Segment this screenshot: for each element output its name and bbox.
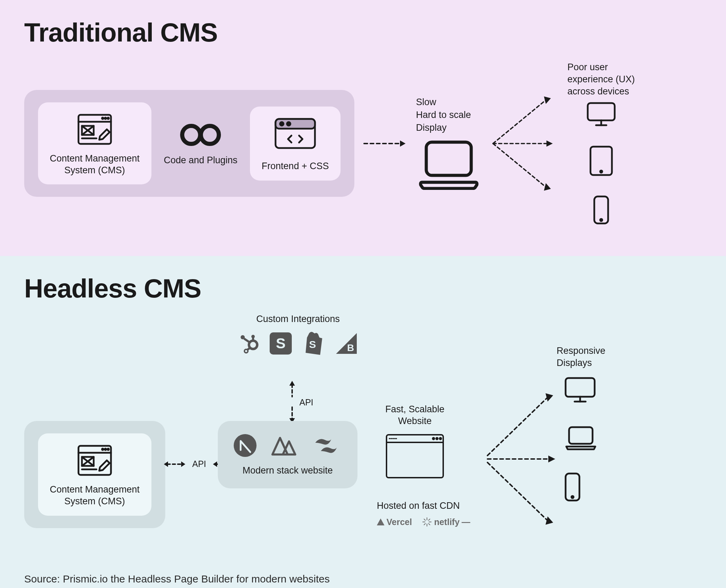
traditional-title: Traditional CMS — [24, 17, 702, 47]
svg-line-20 — [493, 144, 547, 187]
source-attribution: Source: Prismic.io the Headless Page Bui… — [24, 573, 702, 585]
note-display: Display — [416, 122, 482, 133]
modern-stack-box: Modern stack website — [218, 421, 357, 488]
note-scale: Hard to scale — [416, 110, 482, 120]
nextjs-icon — [233, 433, 257, 458]
svg-rect-70 — [566, 378, 595, 397]
svg-point-3 — [105, 118, 106, 119]
svg-line-18 — [493, 99, 547, 143]
netlify-text: netlify — [434, 517, 460, 527]
headless-title: Headless CMS — [24, 273, 702, 303]
netlify-logo: netlify — — [422, 517, 470, 527]
arrow-right-icon — [363, 138, 408, 149]
vercel-text: Vercel — [387, 517, 412, 527]
svg-point-2 — [102, 118, 103, 119]
cdn-block: Hosted on fast CDN Vercel netlify — — [377, 500, 469, 527]
headless-flow: Custom Integrations — [24, 314, 702, 563]
svg-point-43 — [102, 449, 103, 450]
fast-website-block: Fast, Scalable Website — [384, 404, 446, 480]
svg-line-30 — [244, 339, 250, 343]
svg-point-33 — [244, 349, 248, 353]
svg-point-57 — [440, 438, 441, 439]
code-plugins-label: Code and Plugins — [164, 155, 238, 166]
note-slow: Slow — [416, 97, 482, 108]
svg-rect-16 — [426, 142, 471, 175]
cms-editor-icon — [76, 443, 114, 478]
svg-point-4 — [108, 118, 109, 119]
svg-text:S: S — [276, 335, 286, 351]
display-notes: Slow Hard to scale Display — [416, 97, 482, 133]
headless-cms-box: Content Management System (CMS) — [24, 421, 165, 528]
arrows-fan-icon — [490, 78, 559, 209]
svg-point-56 — [436, 438, 438, 439]
chain-link-icon — [175, 121, 226, 149]
custom-integrations-block: Custom Integrations — [239, 314, 357, 356]
svg-point-75 — [571, 496, 574, 498]
svg-line-67 — [487, 397, 548, 456]
svg-line-63 — [424, 519, 426, 521]
phone-icon — [564, 471, 598, 503]
svg-point-13 — [280, 122, 283, 126]
svg-point-44 — [105, 449, 106, 450]
fast-website-label: Fast, Scalable Website — [385, 404, 444, 427]
svg-point-14 — [287, 122, 290, 126]
stripe-icon: S — [270, 332, 292, 355]
cdn-label: Hosted on fast CDN — [377, 500, 469, 511]
hubspot-icon — [239, 333, 259, 354]
svg-point-45 — [108, 449, 109, 450]
svg-point-10 — [201, 126, 219, 144]
svg-line-69 — [487, 462, 548, 521]
cms-editor-icon — [76, 112, 114, 147]
laptop-icon — [416, 138, 482, 190]
tablet-icon — [588, 145, 614, 177]
api-label-2: API — [297, 397, 315, 407]
traditional-monolith-box: Content Management System (CMS) Code and… — [24, 90, 354, 197]
bigcommerce-icon: B — [335, 332, 357, 355]
phone-icon — [592, 194, 610, 226]
svg-text:S: S — [309, 339, 316, 350]
svg-point-27 — [600, 219, 602, 221]
arrows-fan-icon — [484, 383, 560, 535]
svg-rect-73 — [569, 427, 593, 444]
arrow-left-right-icon — [162, 460, 187, 469]
browser-window-icon — [384, 432, 446, 480]
frontend-card: Frontend + CSS — [250, 107, 341, 181]
responsive-devices-column — [564, 376, 598, 503]
nuxt-icon — [270, 434, 299, 457]
frontend-label: Frontend + CSS — [262, 160, 329, 172]
poor-ux-label: Poor user experience (UX) across devices — [567, 61, 635, 98]
svg-line-65 — [428, 519, 430, 521]
api-vertical-connector: API — [287, 379, 297, 424]
laptop-small-icon — [564, 424, 598, 451]
headless-cms-card: Content Management System (CMS) — [38, 433, 151, 516]
monitor-icon — [586, 101, 617, 127]
shopify-icon: S — [302, 331, 325, 356]
svg-point-25 — [600, 171, 602, 173]
traditional-flow: Content Management System (CMS) Code and… — [24, 61, 702, 226]
svg-point-9 — [182, 126, 200, 144]
display-block: Slow Hard to scale Display — [416, 97, 482, 190]
headless-cms-label: Content Management System (CMS) — [50, 484, 140, 507]
svg-line-34 — [248, 348, 250, 350]
traditional-cms-panel: Traditional CMS — [0, 0, 726, 256]
cms-card: Content Management System (CMS) — [38, 102, 151, 185]
cms-label: Content Management System (CMS) — [50, 153, 140, 176]
arrow-up-down-icon — [287, 379, 297, 424]
svg-point-55 — [433, 438, 435, 439]
svg-rect-53 — [387, 435, 443, 478]
svg-text:B: B — [347, 342, 354, 353]
svg-point-31 — [251, 335, 255, 338]
vercel-logo: Vercel — [377, 517, 412, 527]
tailwind-icon — [311, 436, 342, 455]
svg-line-66 — [424, 523, 426, 525]
modern-stack-label: Modern stack website — [242, 465, 333, 476]
svg-rect-21 — [588, 103, 615, 120]
devices-column: Poor user experience (UX) across devices — [567, 61, 635, 226]
custom-integrations-label: Custom Integrations — [256, 314, 340, 324]
browser-code-icon — [273, 116, 318, 154]
responsive-displays-label: Responsive Displays — [557, 345, 605, 369]
code-plugins-block: Code and Plugins — [164, 121, 238, 166]
headless-cms-panel: Headless CMS Custom Integrations — [0, 256, 726, 588]
svg-line-64 — [428, 523, 430, 525]
monitor-icon — [564, 376, 598, 404]
